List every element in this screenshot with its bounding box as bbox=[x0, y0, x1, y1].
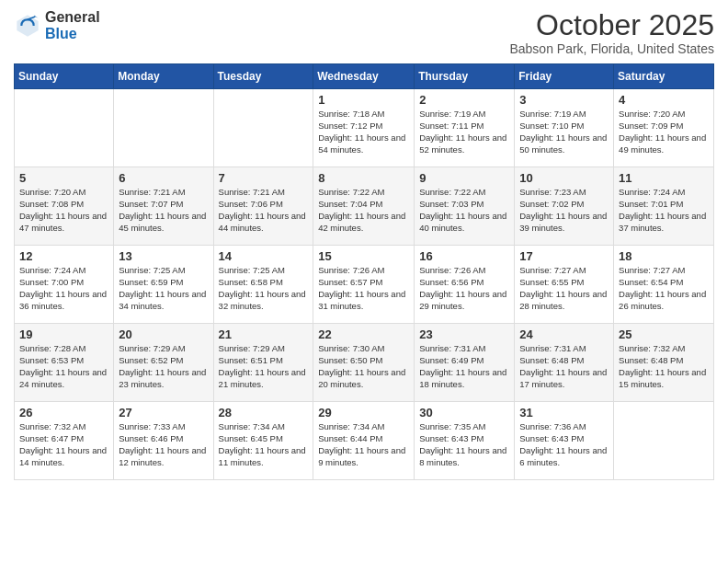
logo: General Blue bbox=[14, 9, 100, 41]
day-info: Sunrise: 7:26 AM Sunset: 6:56 PM Dayligh… bbox=[419, 265, 509, 312]
calendar-cell: 14Sunrise: 7:25 AM Sunset: 6:58 PM Dayli… bbox=[213, 246, 313, 324]
day-info: Sunrise: 7:28 AM Sunset: 6:53 PM Dayligh… bbox=[19, 343, 108, 390]
logo-text: General Blue bbox=[45, 9, 100, 41]
weekday-header-monday: Monday bbox=[114, 64, 213, 89]
day-info: Sunrise: 7:27 AM Sunset: 6:54 PM Dayligh… bbox=[619, 265, 709, 312]
weekday-header-wednesday: Wednesday bbox=[313, 64, 415, 89]
day-number: 14 bbox=[219, 249, 309, 263]
calendar-cell: 4Sunrise: 7:20 AM Sunset: 7:09 PM Daylig… bbox=[614, 89, 714, 167]
day-info: Sunrise: 7:21 AM Sunset: 7:06 PM Dayligh… bbox=[219, 187, 309, 234]
day-info: Sunrise: 7:25 AM Sunset: 6:58 PM Dayligh… bbox=[219, 265, 309, 312]
weekday-header-friday: Friday bbox=[515, 64, 614, 89]
title-section: October 2025 Babson Park, Florida, Unite… bbox=[509, 9, 714, 56]
day-info: Sunrise: 7:20 AM Sunset: 7:08 PM Dayligh… bbox=[19, 187, 108, 234]
day-info: Sunrise: 7:24 AM Sunset: 7:01 PM Dayligh… bbox=[619, 187, 709, 234]
calendar-cell: 19Sunrise: 7:28 AM Sunset: 6:53 PM Dayli… bbox=[15, 324, 114, 402]
calendar-cell: 20Sunrise: 7:29 AM Sunset: 6:52 PM Dayli… bbox=[114, 324, 213, 402]
day-number: 5 bbox=[19, 171, 108, 185]
day-info: Sunrise: 7:21 AM Sunset: 7:07 PM Dayligh… bbox=[119, 187, 208, 234]
calendar-week-row: 26Sunrise: 7:32 AM Sunset: 6:47 PM Dayli… bbox=[15, 402, 714, 480]
calendar-week-row: 5Sunrise: 7:20 AM Sunset: 7:08 PM Daylig… bbox=[15, 167, 714, 246]
day-info: Sunrise: 7:36 AM Sunset: 6:43 PM Dayligh… bbox=[519, 421, 609, 468]
calendar-cell: 5Sunrise: 7:20 AM Sunset: 7:08 PM Daylig… bbox=[15, 167, 114, 246]
calendar-table: SundayMondayTuesdayWednesdayThursdayFrid… bbox=[14, 63, 714, 480]
calendar-cell: 15Sunrise: 7:26 AM Sunset: 6:57 PM Dayli… bbox=[313, 246, 415, 324]
header: General Blue October 2025 Babson Park, F… bbox=[14, 9, 714, 56]
day-info: Sunrise: 7:25 AM Sunset: 6:59 PM Dayligh… bbox=[119, 265, 208, 312]
day-info: Sunrise: 7:32 AM Sunset: 6:47 PM Dayligh… bbox=[19, 421, 108, 468]
day-info: Sunrise: 7:29 AM Sunset: 6:52 PM Dayligh… bbox=[119, 343, 208, 390]
day-info: Sunrise: 7:33 AM Sunset: 6:46 PM Dayligh… bbox=[119, 421, 208, 468]
day-info: Sunrise: 7:34 AM Sunset: 6:45 PM Dayligh… bbox=[219, 421, 309, 468]
day-number: 24 bbox=[519, 327, 609, 341]
day-number: 4 bbox=[619, 93, 709, 107]
day-number: 25 bbox=[619, 327, 709, 341]
weekday-header-thursday: Thursday bbox=[415, 64, 515, 89]
day-number: 26 bbox=[19, 406, 108, 419]
day-info: Sunrise: 7:24 AM Sunset: 7:00 PM Dayligh… bbox=[19, 265, 108, 312]
calendar-cell: 30Sunrise: 7:35 AM Sunset: 6:43 PM Dayli… bbox=[415, 402, 515, 480]
calendar-cell: 26Sunrise: 7:32 AM Sunset: 6:47 PM Dayli… bbox=[15, 402, 114, 480]
day-number: 19 bbox=[19, 327, 108, 341]
calendar-cell: 25Sunrise: 7:32 AM Sunset: 6:48 PM Dayli… bbox=[614, 324, 714, 402]
calendar-cell: 2Sunrise: 7:19 AM Sunset: 7:11 PM Daylig… bbox=[415, 89, 515, 167]
day-info: Sunrise: 7:32 AM Sunset: 6:48 PM Dayligh… bbox=[619, 343, 709, 390]
calendar-cell: 6Sunrise: 7:21 AM Sunset: 7:07 PM Daylig… bbox=[114, 167, 213, 246]
day-number: 27 bbox=[119, 406, 208, 419]
day-number: 23 bbox=[419, 327, 509, 341]
calendar-cell: 12Sunrise: 7:24 AM Sunset: 7:00 PM Dayli… bbox=[15, 246, 114, 324]
day-number: 2 bbox=[419, 93, 509, 107]
calendar-cell: 7Sunrise: 7:21 AM Sunset: 7:06 PM Daylig… bbox=[213, 167, 313, 246]
calendar-week-row: 12Sunrise: 7:24 AM Sunset: 7:00 PM Dayli… bbox=[15, 246, 714, 324]
weekday-header-tuesday: Tuesday bbox=[213, 64, 313, 89]
day-number: 29 bbox=[318, 406, 409, 419]
logo-general-text: General bbox=[45, 9, 100, 26]
day-info: Sunrise: 7:22 AM Sunset: 7:04 PM Dayligh… bbox=[318, 187, 409, 234]
day-info: Sunrise: 7:26 AM Sunset: 6:57 PM Dayligh… bbox=[318, 265, 409, 312]
calendar-cell: 23Sunrise: 7:31 AM Sunset: 6:49 PM Dayli… bbox=[415, 324, 515, 402]
day-number: 31 bbox=[519, 406, 609, 419]
calendar-cell: 3Sunrise: 7:19 AM Sunset: 7:10 PM Daylig… bbox=[515, 89, 614, 167]
weekday-header-sunday: Sunday bbox=[15, 64, 114, 89]
day-info: Sunrise: 7:19 AM Sunset: 7:10 PM Dayligh… bbox=[519, 109, 609, 155]
day-info: Sunrise: 7:19 AM Sunset: 7:11 PM Dayligh… bbox=[419, 109, 509, 155]
calendar-week-row: 19Sunrise: 7:28 AM Sunset: 6:53 PM Dayli… bbox=[15, 324, 714, 402]
day-info: Sunrise: 7:35 AM Sunset: 6:43 PM Dayligh… bbox=[419, 421, 509, 468]
day-info: Sunrise: 7:20 AM Sunset: 7:09 PM Dayligh… bbox=[619, 109, 709, 155]
day-number: 3 bbox=[519, 93, 609, 107]
day-info: Sunrise: 7:34 AM Sunset: 6:44 PM Dayligh… bbox=[318, 421, 409, 468]
day-number: 18 bbox=[619, 249, 709, 263]
calendar-cell: 11Sunrise: 7:24 AM Sunset: 7:01 PM Dayli… bbox=[614, 167, 714, 246]
day-info: Sunrise: 7:27 AM Sunset: 6:55 PM Dayligh… bbox=[519, 265, 609, 312]
day-number: 30 bbox=[419, 406, 509, 419]
calendar-cell: 29Sunrise: 7:34 AM Sunset: 6:44 PM Dayli… bbox=[313, 402, 415, 480]
day-number: 6 bbox=[119, 171, 208, 185]
day-number: 10 bbox=[519, 171, 609, 185]
calendar-cell bbox=[614, 402, 714, 480]
logo-blue-text: Blue bbox=[45, 26, 100, 42]
location: Babson Park, Florida, United States bbox=[509, 41, 714, 56]
day-number: 16 bbox=[419, 249, 509, 263]
day-number: 9 bbox=[419, 171, 509, 185]
calendar-cell: 9Sunrise: 7:22 AM Sunset: 7:03 PM Daylig… bbox=[415, 167, 515, 246]
day-number: 17 bbox=[519, 249, 609, 263]
calendar-cell: 10Sunrise: 7:23 AM Sunset: 7:02 PM Dayli… bbox=[515, 167, 614, 246]
calendar-cell: 27Sunrise: 7:33 AM Sunset: 6:46 PM Dayli… bbox=[114, 402, 213, 480]
day-number: 22 bbox=[318, 327, 409, 341]
page-container: General Blue October 2025 Babson Park, F… bbox=[0, 0, 728, 489]
calendar-cell bbox=[213, 89, 313, 167]
day-number: 28 bbox=[219, 406, 309, 419]
calendar-cell bbox=[15, 89, 114, 167]
day-number: 1 bbox=[318, 93, 409, 107]
logo-icon bbox=[14, 12, 41, 40]
calendar-cell: 1Sunrise: 7:18 AM Sunset: 7:12 PM Daylig… bbox=[313, 89, 415, 167]
calendar-cell: 24Sunrise: 7:31 AM Sunset: 6:48 PM Dayli… bbox=[515, 324, 614, 402]
day-info: Sunrise: 7:18 AM Sunset: 7:12 PM Dayligh… bbox=[318, 109, 409, 155]
calendar-header-row: SundayMondayTuesdayWednesdayThursdayFrid… bbox=[15, 64, 714, 89]
weekday-header-saturday: Saturday bbox=[614, 64, 714, 89]
day-number: 20 bbox=[119, 327, 208, 341]
calendar-cell bbox=[114, 89, 213, 167]
calendar-cell: 28Sunrise: 7:34 AM Sunset: 6:45 PM Dayli… bbox=[213, 402, 313, 480]
day-number: 7 bbox=[219, 171, 309, 185]
day-number: 12 bbox=[19, 249, 108, 263]
